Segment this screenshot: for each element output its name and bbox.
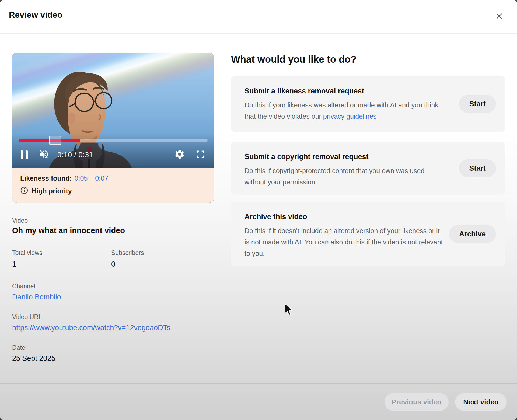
video-url-link[interactable]: https://www.youtube.com/watch?v=12vogoao… xyxy=(12,324,170,332)
card-title: Archive this video xyxy=(244,213,307,221)
copyright-removal-card: Submit a copyright removal request Do th… xyxy=(231,142,505,195)
card-description: Do this if it doesn't include an altered… xyxy=(244,225,445,259)
mute-button[interactable] xyxy=(39,149,49,161)
subscribers-value: 0 xyxy=(111,260,115,268)
time-display: 0:10 / 0:31 xyxy=(57,151,93,159)
muted-speaker-icon xyxy=(39,149,49,161)
card-title: Submit a likeness removal request xyxy=(244,87,364,95)
archive-video-card: Archive this video Do this if it doesn't… xyxy=(231,202,505,266)
settings-button[interactable] xyxy=(174,149,185,161)
video-label: Video xyxy=(12,217,28,224)
total-views-label: Total views xyxy=(12,249,42,257)
priority-badge: High priority xyxy=(32,187,72,195)
video-url-label: Video URL xyxy=(12,313,42,321)
close-button[interactable] xyxy=(492,10,506,24)
start-copyright-request-button[interactable]: Start xyxy=(459,159,496,177)
likeness-found-label: Likeness found: xyxy=(20,174,72,182)
likeness-timestamp-link[interactable]: 0:05 – 0:07 xyxy=(75,174,108,182)
archive-button[interactable]: Archive xyxy=(449,225,496,243)
fullscreen-button[interactable] xyxy=(195,149,205,160)
likeness-removal-card: Submit a likeness removal request Do thi… xyxy=(231,76,505,132)
progress-bar[interactable] xyxy=(19,139,208,142)
mouse-cursor xyxy=(285,303,294,317)
gear-icon xyxy=(174,149,185,161)
player-controls: 0:10 / 0:31 xyxy=(21,147,205,163)
card-title: Submit a copyright removal request xyxy=(244,153,369,161)
close-icon xyxy=(494,11,504,22)
channel-link[interactable]: Danilo Bombilo xyxy=(12,293,61,301)
previous-video-button[interactable]: Previous video xyxy=(385,393,449,411)
pause-icon xyxy=(21,150,28,159)
card-description: Do this if copyright-protected content t… xyxy=(244,165,445,188)
card-description: Do this if your likeness was altered or … xyxy=(244,99,445,122)
video-player[interactable]: 0:10 / 0:31 xyxy=(12,53,214,168)
next-video-button[interactable]: Next video xyxy=(455,393,507,411)
pause-button[interactable] xyxy=(21,150,28,159)
date-value: 25 Sept 2025 xyxy=(12,354,55,363)
date-label: Date xyxy=(12,344,25,351)
review-video-dialog: Review video xyxy=(0,0,517,420)
page-title: Review video xyxy=(9,10,62,20)
video-player-card: 0:10 / 0:31 Likeness found: 0:05 – 0:07 xyxy=(12,53,214,203)
subscribers-label: Subscribers xyxy=(111,249,144,257)
likeness-segment-marker[interactable] xyxy=(49,136,61,145)
fullscreen-icon xyxy=(195,149,205,160)
likeness-panel: Likeness found: 0:05 – 0:07 High priorit… xyxy=(12,168,214,203)
actions-heading: What would you like to do? xyxy=(231,54,357,65)
privacy-guidelines-link[interactable]: privacy guidelines xyxy=(323,113,377,120)
dialog-header: Review video xyxy=(0,0,517,34)
video-title: Oh my what an innocent video xyxy=(12,226,125,235)
info-icon xyxy=(20,186,28,195)
footer-divider xyxy=(0,383,517,384)
total-views-value: 1 xyxy=(12,260,16,268)
channel-label: Channel xyxy=(12,283,35,290)
start-likeness-request-button[interactable]: Start xyxy=(459,95,496,113)
